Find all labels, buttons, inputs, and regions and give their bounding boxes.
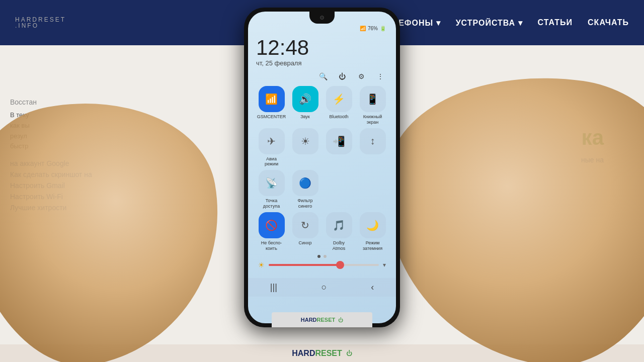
- expand-icon[interactable]: ▾: [383, 261, 386, 268]
- status-icons: 📶 76% 🔋: [360, 26, 386, 31]
- toggle-empty-2: [357, 170, 388, 209]
- phone-inner: 📶 76% 🔋 12:48 чт, 25 февраля 🔍: [248, 12, 396, 323]
- phone-device: 📶 76% 🔋 12:48 чт, 25 февраля 🔍: [244, 8, 400, 327]
- battery-icon: 🔋: [380, 26, 386, 31]
- wifi-status-icon: 📶: [360, 26, 366, 31]
- dnd-label: Не беспо-коить: [261, 240, 282, 251]
- toggle-sound[interactable]: 🔊 Звук: [290, 86, 320, 125]
- brightness-track[interactable]: [269, 264, 379, 266]
- wifi-label: GSMCENTER: [257, 114, 286, 120]
- sound-toggle-icon: 🔊: [292, 86, 318, 112]
- toggle-data[interactable]: ↕: [357, 128, 388, 167]
- bluetooth-toggle-icon: ⚡: [326, 86, 352, 112]
- phone-notch: [309, 12, 335, 24]
- clock-time: 12:48: [256, 37, 388, 58]
- battery-text: 76%: [368, 26, 378, 31]
- filter-toggle-icon: 🔵: [292, 170, 318, 196]
- brightness-sun-icon: ☀: [258, 261, 265, 269]
- toggle-blue-filter[interactable]: 🔵 Фильтрсинего: [290, 170, 320, 209]
- clock-date: чт, 25 февраля: [256, 59, 388, 67]
- book-label: Книжныйэкран: [363, 114, 382, 125]
- sync-toggle-icon: ↻: [292, 212, 318, 238]
- nav-devices[interactable]: УСТРОЙСТВА ▾: [456, 18, 523, 28]
- power-icon[interactable]: ⏻: [337, 71, 348, 82]
- book-toggle-icon: 📱: [360, 86, 386, 112]
- toggle-dolby[interactable]: 🎵 DolbyAtmos: [324, 212, 354, 251]
- dot-1: [317, 255, 320, 258]
- nav-links: ТЕЛЕФОНЫ ▾ УСТРОЙСТВА ▾ СТАТЬИ СКАЧАТЬ: [381, 18, 629, 28]
- toggle-dnd[interactable]: 🚫 Не беспо-коить: [256, 212, 287, 251]
- phone-stand: HARDRESET ⏻: [272, 312, 372, 327]
- brightness-toggle-icon: ☀: [292, 128, 318, 154]
- nav-download[interactable]: СКАЧАТЬ: [588, 18, 629, 27]
- dolby-label: DolbyAtmos: [333, 240, 346, 251]
- phone-nav-bar: ||| ○ ‹: [248, 278, 396, 297]
- nfc-toggle-icon: 📲: [326, 128, 352, 154]
- front-camera: [320, 16, 324, 20]
- toggle-bluetooth[interactable]: ⚡ Bluetooth: [324, 86, 354, 125]
- home-icon[interactable]: ○: [321, 282, 327, 293]
- toggle-empty-1: [324, 170, 354, 209]
- sound-label: Звук: [300, 114, 309, 120]
- more-icon[interactable]: ⋮: [375, 71, 386, 82]
- toggles-row-1: 📶 GSMCENTER 🔊 Звук ⚡ Bluetooth 📱: [256, 86, 388, 125]
- toggle-airplane[interactable]: ✈ Авиарежим: [256, 128, 287, 167]
- search-icon[interactable]: 🔍: [317, 71, 329, 82]
- toggle-wifi[interactable]: 📶 GSMCENTER: [256, 86, 287, 125]
- dolby-toggle-icon: 🎵: [326, 212, 352, 238]
- hotspot-toggle-icon: 📡: [259, 170, 285, 196]
- site-logo: HARDRESET .INFO: [15, 17, 66, 29]
- footer-logo: HARDRESET: [292, 349, 342, 358]
- settings-icon[interactable]: ⚙: [356, 71, 367, 82]
- toggle-brightness[interactable]: ☀: [290, 128, 320, 167]
- time-display: 12:48 чт, 25 февраля: [256, 37, 388, 67]
- quick-controls: 🔍 ⏻ ⚙ ⋮: [256, 71, 388, 82]
- footer-power-icon: ⏻: [346, 350, 352, 357]
- pulldown-panel: 12:48 чт, 25 февраля 🔍 ⏻ ⚙ ⋮ 📶: [248, 33, 396, 278]
- airplane-label: Авиарежим: [265, 156, 278, 167]
- toggles-row-3: 📡 Точкадоступа 🔵 Фильтрсинего: [256, 170, 388, 209]
- toggle-book-screen[interactable]: 📱 Книжныйэкран: [357, 86, 388, 125]
- bluetooth-label: Bluetooth: [329, 114, 348, 120]
- brightness-thumb[interactable]: [336, 261, 344, 269]
- airplane-toggle-icon: ✈: [259, 128, 285, 154]
- dnd-toggle-icon: 🚫: [259, 212, 285, 238]
- brightness-slider-row: ☀ ▾: [256, 261, 388, 269]
- toggles-row-2: ✈ Авиарежим ☀ 📲 ↕: [256, 128, 388, 167]
- recent-apps-icon[interactable]: |||: [270, 282, 277, 293]
- dark-label: Режимзатемния: [363, 240, 382, 251]
- toggle-hotspot[interactable]: 📡 Точкадоступа: [256, 170, 287, 209]
- hotspot-label: Точкадоступа: [263, 198, 280, 209]
- logo-sub: .INFO: [15, 23, 66, 29]
- toggle-sync[interactable]: ↻ Синхр: [290, 212, 320, 251]
- filter-label: Фильтрсинего: [297, 198, 312, 209]
- nav-articles[interactable]: СТАТЬИ: [538, 18, 573, 27]
- sync-label: Синхр: [298, 240, 311, 246]
- back-icon[interactable]: ‹: [371, 282, 374, 293]
- sidebar-prefix: Восстан: [10, 98, 236, 106]
- stand-logo: HARDRESET: [301, 317, 335, 323]
- dark-toggle-icon: 🌙: [360, 212, 386, 238]
- phone-screen: 📶 76% 🔋 12:48 чт, 25 февраля 🔍: [248, 12, 396, 323]
- wifi-toggle-icon: 📶: [259, 86, 285, 112]
- dot-2: [324, 255, 327, 258]
- toggle-dark[interactable]: 🌙 Режимзатемния: [357, 212, 388, 251]
- stand-power-icon: ⏻: [338, 317, 343, 323]
- toggles-row-4: 🚫 Не беспо-коить ↻ Синхр 🎵 DolbyAtmos: [256, 212, 388, 251]
- brightness-fill: [269, 264, 340, 266]
- page-indicators: [256, 255, 388, 258]
- phone-outer-shell: 📶 76% 🔋 12:48 чт, 25 февраля 🔍: [244, 8, 400, 327]
- data-toggle-icon: ↕: [360, 128, 386, 154]
- toggle-nfc[interactable]: 📲: [324, 128, 354, 167]
